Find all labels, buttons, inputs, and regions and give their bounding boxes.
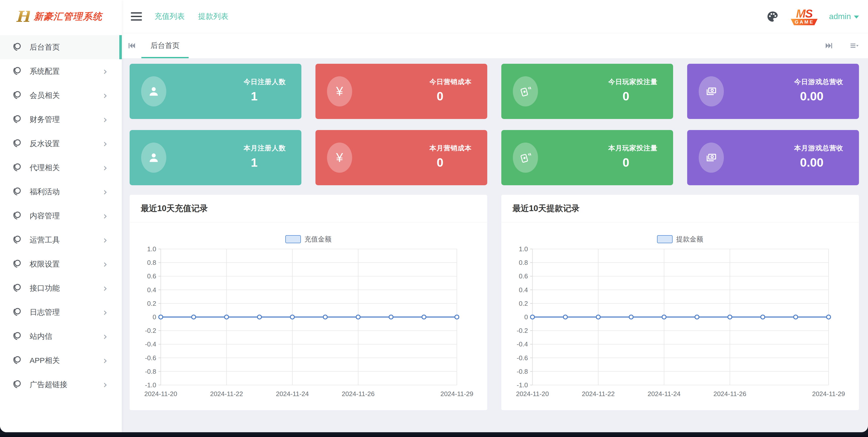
ms-game-logo-banner: GAME xyxy=(790,19,817,25)
tab-list-menu-icon[interactable] xyxy=(850,41,859,50)
sidebar-item-member[interactable]: 会员相关› xyxy=(0,83,122,107)
topbar: 充值列表提款列表 MS GAME admin xyxy=(122,0,868,33)
data-point xyxy=(629,315,633,319)
stat-card-0: 今日注册人数1 xyxy=(130,64,301,119)
stat-badge xyxy=(141,142,166,173)
palette-icon[interactable] xyxy=(766,10,779,23)
svg-text:-1.0: -1.0 xyxy=(145,381,156,389)
svg-text:2024-11-20: 2024-11-20 xyxy=(144,390,177,398)
sidebar-item-rebate[interactable]: 反水设置› xyxy=(0,132,122,156)
stat-card-6: 本月玩家投注量0 xyxy=(501,130,673,185)
chevron-right-icon: › xyxy=(103,163,107,173)
svg-text:1.0: 1.0 xyxy=(147,245,156,253)
stat-label: 今日玩家投注量 xyxy=(608,77,657,86)
chevron-right-icon: › xyxy=(103,139,107,148)
content: 今日注册人数1¥今日营销成本0今日玩家投注量0今日游戏总营收0.00本月注册人数… xyxy=(122,58,868,432)
panel-header: 最近10天提款记录 xyxy=(501,195,859,223)
chevron-right-icon: › xyxy=(103,283,107,293)
sidebar-item-system-config[interactable]: 系统配置› xyxy=(0,59,122,83)
panel-body: 充值金额 1.00.80.60.40.20-0.2-0.4-0.6-0.8-1.… xyxy=(130,235,487,408)
sidebar-item-welfare[interactable]: 福利活动› xyxy=(0,180,122,204)
data-point xyxy=(794,315,798,319)
hamburger-icon[interactable] xyxy=(130,8,143,24)
stat-badge: ¥ xyxy=(327,76,352,106)
sidebar-item-operation-tools[interactable]: 运营工具› xyxy=(0,228,122,252)
sidebar-item-app[interactable]: APP相关› xyxy=(0,348,122,372)
chevron-right-icon: › xyxy=(103,259,107,269)
svg-text:2024-11-26: 2024-11-26 xyxy=(342,390,374,398)
legend-label: 充值金额 xyxy=(304,235,332,244)
legend-swatch xyxy=(657,235,673,243)
svg-text:0: 0 xyxy=(524,313,528,321)
stat-value: 0 xyxy=(623,89,629,103)
stat-label: 今日营销成本 xyxy=(430,77,472,86)
data-point xyxy=(356,315,360,319)
svg-text:-1.0: -1.0 xyxy=(517,381,528,389)
svg-text:0.6: 0.6 xyxy=(147,272,156,280)
stat-card-4: 本月注册人数1 xyxy=(130,130,301,185)
data-point xyxy=(290,315,294,319)
nav-link-recharge-list[interactable]: 充值列表 xyxy=(154,11,185,22)
stat-label: 本月营销成本 xyxy=(430,143,472,153)
data-point xyxy=(257,315,261,319)
chevron-right-icon: › xyxy=(103,66,107,76)
panel-title: 最近10天充值记录 xyxy=(141,203,208,214)
legend-withdraw[interactable]: 提款金额 xyxy=(501,235,859,243)
chevron-right-icon: › xyxy=(103,379,107,390)
sidebar-item-agent[interactable]: 代理相关› xyxy=(0,156,122,180)
banknote-icon xyxy=(705,151,718,164)
sidebar-item-home[interactable]: 后台首页 xyxy=(0,35,122,59)
data-point xyxy=(695,315,699,319)
sidebar-item-messages[interactable]: 站内信› xyxy=(0,324,122,348)
svg-text:-0.8: -0.8 xyxy=(145,368,156,375)
banknote-icon xyxy=(705,85,718,98)
svg-text:2024-11-22: 2024-11-22 xyxy=(210,390,243,398)
sidebar-item-label: 日志管理 xyxy=(30,307,60,317)
sidebar-item-api[interactable]: 接口功能› xyxy=(0,276,122,300)
sidebar-item-ads[interactable]: 广告超链接› xyxy=(0,372,122,397)
stat-label: 本月注册人数 xyxy=(244,143,286,153)
top-nav: 充值列表提款列表 xyxy=(154,11,228,22)
panel-header: 最近10天充值记录 xyxy=(130,195,487,223)
stat-value: 0.00 xyxy=(800,89,823,103)
stat-label: 今日游戏总营收 xyxy=(794,77,843,86)
user-menu[interactable]: admin xyxy=(829,12,859,21)
chevron-right-icon: › xyxy=(103,114,107,125)
skip-forward-icon[interactable] xyxy=(819,41,839,50)
svg-text:-0.8: -0.8 xyxy=(517,368,528,375)
sidebar-item-label: 福利活动 xyxy=(30,187,60,197)
svg-text:-0.2: -0.2 xyxy=(517,327,528,334)
stat-label: 本月游戏总营收 xyxy=(794,143,843,153)
yuan-icon: ¥ xyxy=(333,85,346,98)
data-point xyxy=(455,315,459,319)
playing-card-icon xyxy=(519,85,532,98)
sidebar-item-label: 代理相关 xyxy=(30,163,60,173)
svg-text:-0.4: -0.4 xyxy=(145,340,156,348)
brand-title: 新豪汇管理系统 xyxy=(34,10,102,23)
legend-recharge[interactable]: 充值金额 xyxy=(130,235,487,243)
sidebar-item-label: 系统配置 xyxy=(30,66,60,76)
nav-link-withdraw-list[interactable]: 提款列表 xyxy=(198,11,228,22)
stat-card-3: 今日游戏总营收0.00 xyxy=(687,64,859,119)
chevron-right-icon: › xyxy=(103,331,107,341)
sidebar-item-permissions[interactable]: 权限设置› xyxy=(0,252,122,276)
panel-body: 提款金额 1.00.80.60.40.20-0.2-0.4-0.6-0.8-1.… xyxy=(501,235,859,408)
stat-badge xyxy=(699,76,724,106)
svg-text:2024-11-20: 2024-11-20 xyxy=(516,390,549,398)
stat-value: 0.00 xyxy=(800,156,823,169)
svg-text:2024-11-29: 2024-11-29 xyxy=(812,390,845,398)
data-point xyxy=(192,315,196,319)
data-point xyxy=(662,315,666,319)
sidebar-item-finance[interactable]: 财务管理› xyxy=(0,107,122,132)
tabbar-right xyxy=(819,41,859,50)
sidebar-item-content[interactable]: 内容管理› xyxy=(0,204,122,228)
tab-home[interactable]: 后台首页 xyxy=(142,33,189,58)
stat-value: 0 xyxy=(437,89,443,103)
sidebar-item-logs[interactable]: 日志管理› xyxy=(0,300,122,324)
svg-text:0.4: 0.4 xyxy=(519,286,528,294)
chevron-right-icon: › xyxy=(103,235,107,245)
brand-logo-mark: H xyxy=(16,8,30,25)
svg-text:2024-11-24: 2024-11-24 xyxy=(276,390,309,398)
data-point xyxy=(389,315,393,319)
skip-back-icon[interactable] xyxy=(122,41,142,50)
